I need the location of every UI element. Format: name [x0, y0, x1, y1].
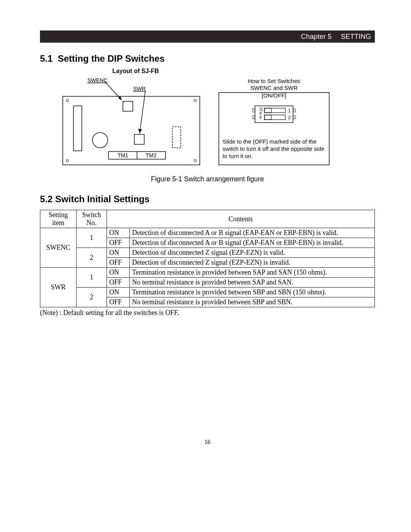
svg-marker-3: [138, 129, 142, 133]
tm1-label: TM1: [118, 152, 128, 158]
svg-rect-9: [73, 106, 82, 151]
swenc-label: SWENC: [88, 77, 107, 83]
th-contents: Contents: [107, 210, 375, 228]
howto-l2: SWENC and SWR: [250, 85, 298, 91]
cell-swr: SWR: [40, 268, 76, 307]
howto-note: Slide to the (OFF) marked side of the sw…: [223, 138, 325, 160]
howto-l1: How to Set Switches: [248, 78, 300, 84]
svg-point-8: [194, 160, 196, 162]
svg-rect-10: [123, 101, 133, 111]
figure-row: SWENC SWR TM1: [40, 75, 375, 171]
cell-swr-1: 1: [76, 268, 107, 288]
page-number: 16: [40, 439, 375, 446]
cell-swenc-1: 1: [76, 228, 107, 248]
cell-r2-off: Detection of disconnected Z signal (EZP-…: [130, 258, 375, 268]
cell-on: ON: [107, 288, 130, 297]
svg-line-2: [140, 91, 145, 133]
cell-r3-off: No terminal resistance is provided betwe…: [130, 278, 375, 288]
section-5-1-heading: 5.1 Setting the DIP Switches: [40, 53, 375, 64]
svg-rect-13: [172, 127, 181, 148]
svg-rect-25: [264, 115, 271, 120]
cell-r1-on: Detection of disconnected A or B signal …: [130, 228, 375, 238]
th-setting-item: Setting item: [40, 210, 76, 228]
chapter-title: SETTING: [341, 33, 371, 41]
svg-text:2: 2: [288, 115, 291, 120]
th-switch-no: Switch No.: [76, 210, 107, 228]
table-note: (Note) : Default setting for all the swi…: [40, 309, 375, 317]
cell-off: OFF: [107, 258, 130, 268]
svg-rect-4: [63, 96, 200, 165]
cell-off: OFF: [107, 238, 130, 248]
svg-rect-22: [264, 108, 271, 113]
svg-rect-12: [134, 134, 144, 144]
cell-swenc-2: 2: [76, 248, 107, 268]
cell-r2-on: Detection of disconnected Z signal (EZP-…: [130, 248, 375, 258]
howto-l3: [ON/OFF]: [262, 92, 287, 99]
swr-label: SWR: [133, 86, 146, 92]
cell-swr-2: 2: [76, 288, 107, 307]
page-header: Chapter 5 SETTING: [40, 30, 375, 43]
svg-rect-29: [253, 116, 255, 119]
cell-off: OFF: [107, 278, 130, 288]
svg-point-5: [66, 99, 68, 102]
svg-rect-28: [293, 109, 295, 112]
cell-r3-on: Termination resistance is provided betwe…: [130, 268, 375, 278]
svg-text:1: 1: [288, 108, 291, 113]
chapter-label: Chapter 5: [301, 33, 332, 41]
figure-caption: Figure 5-1 Switch arrangement figure: [40, 175, 375, 183]
layout-title: Layout of SJ-FB: [112, 68, 375, 75]
cell-on: ON: [107, 248, 130, 258]
svg-rect-27: [253, 109, 255, 112]
svg-point-7: [66, 160, 68, 162]
tm2-label: TM2: [146, 152, 156, 158]
cell-swenc: SWENC: [40, 228, 76, 268]
board-layout-diagram: SWENC SWR TM1: [40, 75, 215, 171]
cell-on: ON: [107, 228, 130, 238]
settings-table: Setting item Switch No. Contents SWENC 1…: [40, 210, 375, 307]
cell-r4-on: Termination resistance is provided betwe…: [130, 288, 375, 297]
svg-point-11: [92, 133, 108, 148]
svg-rect-30: [293, 116, 295, 119]
svg-rect-21: [264, 108, 285, 113]
cell-r1-off: Detection of disconnected A or B signal …: [130, 238, 375, 248]
cell-on: ON: [107, 268, 130, 278]
svg-point-6: [194, 99, 196, 102]
howto-panel: How to Set Switches SWENC and SWR [ON/OF…: [215, 75, 337, 171]
svg-rect-24: [264, 115, 285, 120]
section-5-2-heading: 5.2 Switch Initial Settings: [40, 194, 375, 204]
cell-off: OFF: [107, 297, 130, 307]
cell-r4-off: No terminal resistance is provided betwe…: [130, 297, 375, 307]
svg-text:F: F: [260, 115, 262, 120]
